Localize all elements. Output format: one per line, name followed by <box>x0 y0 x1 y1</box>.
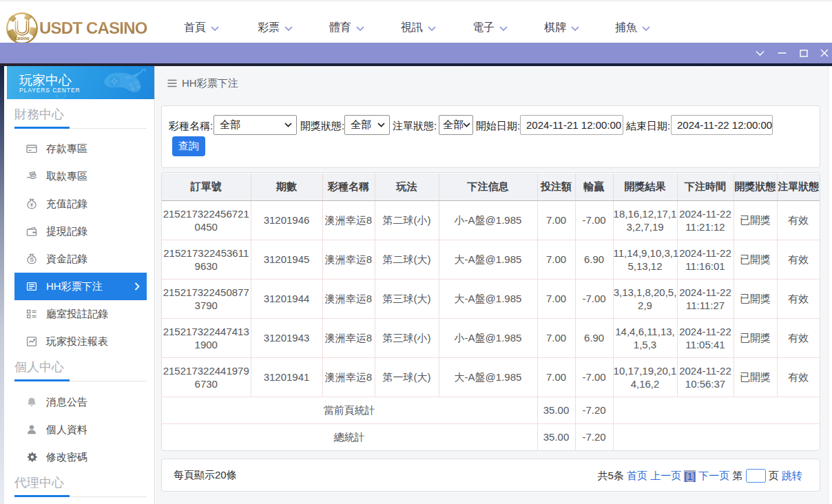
svg-text:Casino: Casino <box>14 36 30 41</box>
svg-text:S: S <box>30 256 34 263</box>
